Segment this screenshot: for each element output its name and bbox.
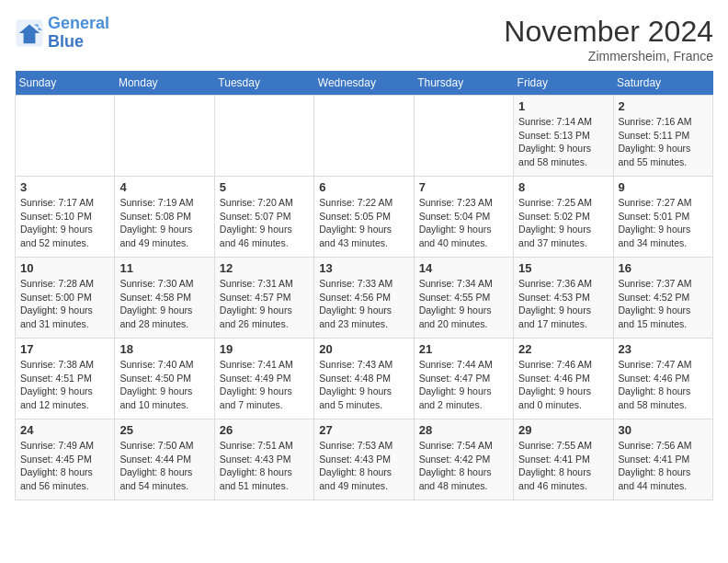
day-number: 8 [518,180,608,194]
calendar-cell: 10Sunrise: 7:28 AM Sunset: 5:00 PM Dayli… [16,258,115,339]
calendar-cell: 2Sunrise: 7:16 AM Sunset: 5:11 PM Daylig… [613,96,712,177]
day-number: 25 [119,423,209,437]
day-info: Sunrise: 7:53 AM Sunset: 4:43 PM Dayligh… [319,439,408,493]
day-number: 17 [20,342,109,356]
calendar-cell: 24Sunrise: 7:49 AM Sunset: 4:45 PM Dayli… [16,419,115,500]
day-info: Sunrise: 7:30 AM Sunset: 4:58 PM Dayligh… [119,277,209,331]
day-number: 22 [518,342,608,356]
day-number: 28 [419,423,508,437]
calendar-cell: 23Sunrise: 7:47 AM Sunset: 4:46 PM Dayli… [613,339,712,419]
day-info: Sunrise: 7:34 AM Sunset: 4:55 PM Dayligh… [419,277,508,331]
day-header-friday: Friday [514,71,613,96]
day-info: Sunrise: 7:27 AM Sunset: 5:01 PM Dayligh… [619,196,708,250]
calendar-cell: 7Sunrise: 7:23 AM Sunset: 5:04 PM Daylig… [414,177,513,258]
calendar-cell: 28Sunrise: 7:54 AM Sunset: 4:42 PM Dayli… [414,419,513,500]
logo-icon [15,18,44,48]
day-number: 4 [119,180,209,194]
day-number: 14 [419,261,508,275]
day-info: Sunrise: 7:28 AM Sunset: 5:00 PM Dayligh… [20,277,109,331]
day-header-wednesday: Wednesday [314,71,414,96]
calendar-cell: 29Sunrise: 7:55 AM Sunset: 4:41 PM Dayli… [514,419,613,500]
calendar-cell: 5Sunrise: 7:20 AM Sunset: 5:07 PM Daylig… [214,177,313,258]
calendar-cell: 8Sunrise: 7:25 AM Sunset: 5:02 PM Daylig… [514,177,613,258]
calendar-cell [115,96,214,177]
day-info: Sunrise: 7:23 AM Sunset: 5:04 PM Dayligh… [419,196,508,250]
day-number: 15 [518,261,608,275]
day-info: Sunrise: 7:46 AM Sunset: 4:46 PM Dayligh… [518,358,608,412]
day-number: 23 [619,342,708,356]
location: Zimmersheim, France [504,49,713,63]
calendar-cell: 26Sunrise: 7:51 AM Sunset: 4:43 PM Dayli… [214,419,313,500]
calendar-cell [314,96,414,177]
day-number: 20 [319,342,408,356]
day-info: Sunrise: 7:22 AM Sunset: 5:05 PM Dayligh… [319,196,408,250]
day-number: 27 [319,423,408,437]
day-number: 10 [20,261,109,275]
day-number: 19 [220,342,309,356]
day-number: 30 [619,423,708,437]
day-number: 9 [619,180,708,194]
calendar-cell: 17Sunrise: 7:38 AM Sunset: 4:51 PM Dayli… [16,339,115,419]
day-number: 21 [419,342,508,356]
day-number: 13 [319,261,408,275]
logo-text: General Blue [48,15,109,52]
calendar-cell [214,96,313,177]
day-info: Sunrise: 7:55 AM Sunset: 4:41 PM Dayligh… [518,439,608,493]
day-info: Sunrise: 7:31 AM Sunset: 4:57 PM Dayligh… [220,277,309,331]
day-info: Sunrise: 7:16 AM Sunset: 5:11 PM Dayligh… [619,115,708,169]
calendar-cell: 1Sunrise: 7:14 AM Sunset: 5:13 PM Daylig… [514,96,613,177]
day-info: Sunrise: 7:17 AM Sunset: 5:10 PM Dayligh… [20,196,109,250]
day-info: Sunrise: 7:41 AM Sunset: 4:49 PM Dayligh… [220,358,309,412]
month-title: November 2024 [504,15,713,49]
calendar-cell: 11Sunrise: 7:30 AM Sunset: 4:58 PM Dayli… [115,258,214,339]
calendar-cell: 20Sunrise: 7:43 AM Sunset: 4:48 PM Dayli… [314,339,414,419]
day-info: Sunrise: 7:43 AM Sunset: 4:48 PM Dayligh… [319,358,408,412]
day-info: Sunrise: 7:40 AM Sunset: 4:50 PM Dayligh… [119,358,209,412]
calendar-cell: 22Sunrise: 7:46 AM Sunset: 4:46 PM Dayli… [514,339,613,419]
day-number: 18 [119,342,209,356]
title-area: November 2024 Zimmersheim, France [504,15,713,63]
day-info: Sunrise: 7:19 AM Sunset: 5:08 PM Dayligh… [119,196,209,250]
logo: General Blue [15,15,109,52]
day-number: 3 [20,180,109,194]
calendar-week-4: 17Sunrise: 7:38 AM Sunset: 4:51 PM Dayli… [16,339,713,419]
calendar-cell: 27Sunrise: 7:53 AM Sunset: 4:43 PM Dayli… [314,419,414,500]
calendar-cell: 15Sunrise: 7:36 AM Sunset: 4:53 PM Dayli… [514,258,613,339]
calendar-week-5: 24Sunrise: 7:49 AM Sunset: 4:45 PM Dayli… [16,419,713,500]
day-info: Sunrise: 7:14 AM Sunset: 5:13 PM Dayligh… [518,115,608,169]
calendar-cell: 21Sunrise: 7:44 AM Sunset: 4:47 PM Dayli… [414,339,513,419]
day-info: Sunrise: 7:50 AM Sunset: 4:44 PM Dayligh… [119,439,209,493]
day-info: Sunrise: 7:33 AM Sunset: 4:56 PM Dayligh… [319,277,408,331]
day-number: 26 [220,423,309,437]
calendar-cell: 30Sunrise: 7:56 AM Sunset: 4:41 PM Dayli… [613,419,712,500]
calendar-cell: 25Sunrise: 7:50 AM Sunset: 4:44 PM Dayli… [115,419,214,500]
calendar-cell: 6Sunrise: 7:22 AM Sunset: 5:05 PM Daylig… [314,177,414,258]
day-number: 12 [220,261,309,275]
day-info: Sunrise: 7:56 AM Sunset: 4:41 PM Dayligh… [619,439,708,493]
day-number: 24 [20,423,109,437]
calendar-cell: 4Sunrise: 7:19 AM Sunset: 5:08 PM Daylig… [115,177,214,258]
calendar-cell: 18Sunrise: 7:40 AM Sunset: 4:50 PM Dayli… [115,339,214,419]
calendar-week-3: 10Sunrise: 7:28 AM Sunset: 5:00 PM Dayli… [16,258,713,339]
day-header-saturday: Saturday [613,71,712,96]
calendar-cell: 14Sunrise: 7:34 AM Sunset: 4:55 PM Dayli… [414,258,513,339]
day-number: 6 [319,180,408,194]
calendar-body: 1Sunrise: 7:14 AM Sunset: 5:13 PM Daylig… [16,96,713,500]
day-info: Sunrise: 7:44 AM Sunset: 4:47 PM Dayligh… [419,358,508,412]
calendar-cell: 9Sunrise: 7:27 AM Sunset: 5:01 PM Daylig… [613,177,712,258]
day-number: 16 [619,261,708,275]
day-number: 29 [518,423,608,437]
header: General Blue November 2024 Zimmersheim, … [15,15,713,63]
calendar-cell: 19Sunrise: 7:41 AM Sunset: 4:49 PM Dayli… [214,339,313,419]
calendar-cell: 3Sunrise: 7:17 AM Sunset: 5:10 PM Daylig… [16,177,115,258]
day-info: Sunrise: 7:20 AM Sunset: 5:07 PM Dayligh… [220,196,309,250]
day-info: Sunrise: 7:37 AM Sunset: 4:52 PM Dayligh… [619,277,708,331]
day-header-tuesday: Tuesday [214,71,313,96]
calendar-cell [16,96,115,177]
calendar-header-row: SundayMondayTuesdayWednesdayThursdayFrid… [16,71,713,96]
day-info: Sunrise: 7:25 AM Sunset: 5:02 PM Dayligh… [518,196,608,250]
day-info: Sunrise: 7:38 AM Sunset: 4:51 PM Dayligh… [20,358,109,412]
day-number: 5 [220,180,309,194]
calendar-week-2: 3Sunrise: 7:17 AM Sunset: 5:10 PM Daylig… [16,177,713,258]
day-number: 1 [518,99,608,113]
